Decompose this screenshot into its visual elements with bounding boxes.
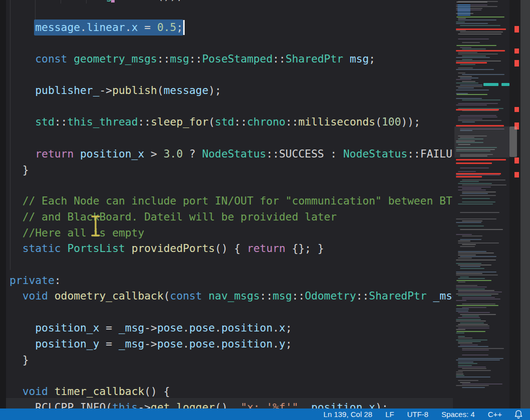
code-line[interactable]: private: — [10, 272, 61, 288]
minimap-code-row — [456, 376, 490, 378]
code-line[interactable]: publisher_->publish(message); — [10, 82, 221, 98]
minimap-code-row — [458, 295, 491, 296]
minimap-code-row — [456, 372, 463, 372]
minimap-code-row — [460, 276, 469, 278]
minimap-error-row — [456, 173, 501, 174]
minimap-include-row — [457, 8, 470, 10]
minimap-code-row — [460, 64, 475, 65]
minimap-code-row — [458, 251, 486, 252]
minimap-code-row — [456, 69, 494, 70]
minimap-error-row — [456, 28, 506, 30]
minimap-code-row — [460, 382, 470, 383]
minimap-code-row — [456, 57, 490, 58]
minimap-code-row — [458, 342, 472, 344]
minimap-code-row — [462, 244, 476, 245]
minimap-code-row — [458, 54, 498, 54]
minimap-code-row — [458, 38, 489, 40]
minimap-code-row — [460, 168, 489, 168]
error-marker — [514, 60, 519, 66]
minimap-code-row — [456, 79, 471, 80]
code-line[interactable]: } — [10, 162, 29, 178]
minimap-code-row — [462, 81, 475, 82]
minimap-code-row — [460, 212, 499, 213]
minimap-code-row — [458, 278, 485, 279]
minimap-comment-row — [456, 16, 504, 18]
minimap-code-row — [456, 273, 482, 274]
code-line[interactable]: void timer_callback() { — [10, 384, 170, 400]
code-line[interactable]: } — [10, 352, 29, 368]
minimap-code-row — [456, 60, 501, 62]
code-line[interactable]: // Each Node can include port IN/OUT for… — [10, 193, 452, 209]
minimap-comment-row — [456, 331, 485, 332]
code-line[interactable]: static PortsList providedPorts() { retur… — [10, 240, 324, 256]
minimap-code-row — [458, 258, 472, 258]
minimap-code-row — [460, 32, 503, 32]
code-editor[interactable]: msg::Twist()); message.linear.x = 0.5; c… — [6, 0, 453, 408]
minimap-code-row — [456, 310, 468, 312]
minimap-slider[interactable] — [454, 126, 509, 158]
code-line[interactable]: position_y = _msg->pose.pose.position.y; — [10, 336, 292, 352]
minimap-code-row — [458, 336, 465, 337]
minimap-code-row — [462, 122, 475, 122]
minimap-code-row — [458, 120, 501, 121]
status-item-eol-sequence[interactable]: LF — [385, 410, 394, 418]
minimap-code-row — [462, 297, 495, 298]
minimap-error-row — [456, 176, 482, 178]
code-line[interactable]: std::this_thread::sleep_for(std::chrono:… — [10, 114, 420, 130]
minimap-code-row — [458, 190, 486, 190]
minimap-code-row — [460, 25, 500, 26]
minimap-code-row — [462, 220, 482, 222]
code-line[interactable]: msg::Twist()); — [10, 0, 183, 4]
minimap-code-row — [456, 360, 500, 360]
status-item-language-mode[interactable]: C++ — [488, 410, 502, 418]
minimap-include-row — [457, 6, 470, 8]
minimap-code-row — [458, 358, 503, 359]
minimap-code-row — [456, 294, 498, 294]
minimap-comment-row — [456, 45, 496, 46]
status-item-indentation[interactable]: Spaces: 4 — [441, 410, 475, 418]
minimap-include-row — [457, 12, 470, 14]
minimap-code-row — [456, 286, 487, 288]
minimap-code-row — [462, 198, 490, 199]
minimap-code-row — [458, 240, 470, 242]
minimap-code-row — [456, 234, 472, 235]
minimap-highlight-chip — [483, 83, 498, 86]
status-item-cursor-position[interactable]: Ln 139, Col 28 — [323, 410, 372, 418]
code-line[interactable]: return position_x > 3.0 ? NodeStatus::SU… — [10, 146, 453, 162]
code-line[interactable]: const geometry_msgs::msg::PoseStamped::S… — [10, 51, 375, 67]
minimap-code-row — [458, 76, 472, 77]
minimap-code-row — [458, 363, 477, 364]
minimap-error-row — [456, 50, 505, 52]
minimap-code-row — [456, 222, 481, 223]
minimap-code-row — [456, 375, 464, 376]
minimap-code-row — [458, 186, 491, 188]
minimap-code-row — [460, 84, 482, 86]
code-line[interactable]: // and BlackBoard. Dateil will be proivi… — [10, 209, 337, 225]
minimap-include-row — [457, 14, 470, 16]
minimap-code-row — [462, 74, 504, 75]
error-marker — [514, 158, 519, 164]
code-line[interactable]: RCLCPP_INFO(this->get_logger(), "x: '%f'… — [10, 400, 388, 408]
scrollbar-thumb[interactable] — [509, 126, 517, 157]
minimap-comment-row — [456, 94, 487, 95]
minimap-code-row — [456, 174, 500, 176]
minimap-code-row — [456, 260, 496, 260]
minimap-code-row — [462, 180, 505, 180]
minimap-code-row — [458, 282, 465, 282]
code-line[interactable]: //Here all is empty — [10, 225, 144, 241]
minimap[interactable] — [454, 0, 509, 408]
minimap-code-row — [462, 307, 486, 308]
minimap-code-row — [456, 90, 489, 90]
minimap-code-row — [456, 329, 465, 330]
minimap-code-row — [462, 298, 500, 300]
code-line[interactable]: position_x = _msg->pose.pose.position.x; — [10, 320, 292, 336]
code-line[interactable]: message.linear.x = 0.5; — [10, 20, 183, 36]
bell-icon[interactable] — [514, 410, 523, 419]
minimap-include-row — [457, 4, 470, 6]
minimap-code-row — [458, 72, 465, 74]
minimap-code-row — [456, 86, 482, 87]
minimap-code-row — [460, 78, 478, 78]
minimap-code-row — [458, 204, 493, 204]
code-line[interactable]: void odometry_callback(const nav_msgs::m… — [10, 288, 453, 304]
status-item-encoding[interactable]: UTF-8 — [407, 410, 428, 418]
